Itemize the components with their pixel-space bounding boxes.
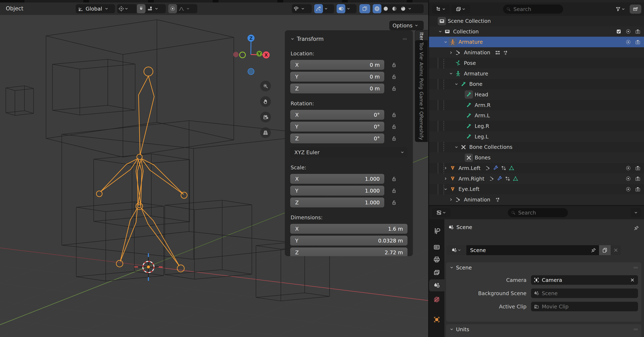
outliner-row-pose[interactable]: Pose xyxy=(429,58,644,68)
workspace-tab-top[interactable] xyxy=(154,0,213,2)
transform-location-z-field[interactable]: Z0 m xyxy=(290,84,384,94)
properties-options-button[interactable] xyxy=(630,208,641,217)
outliner-row-scene-collection[interactable]: Scene Collection xyxy=(429,16,644,26)
panel-grip-icon[interactable] xyxy=(402,36,408,42)
properties-tab-object[interactable] xyxy=(429,314,444,326)
holdout-icon[interactable] xyxy=(625,165,631,171)
gizmo-toggle-icon[interactable] xyxy=(314,4,323,13)
outliner-row-animation[interactable]: Animation xyxy=(429,47,644,58)
orthographic-view-button[interactable] xyxy=(260,127,271,138)
camera-field[interactable]: Camera xyxy=(531,275,638,285)
transform-rotation-x-field[interactable]: X0° xyxy=(290,110,384,120)
panel-collapse-chevron-icon[interactable] xyxy=(290,37,295,41)
camera-view-button[interactable] xyxy=(260,112,271,122)
holdout-icon[interactable] xyxy=(625,176,631,182)
transform-dimensions-z-field[interactable]: Z2.72 m xyxy=(290,248,408,256)
interaction-mode-label[interactable]: Object xyxy=(6,6,24,12)
transform-rotation-y-field[interactable]: Y0° xyxy=(290,122,384,132)
lock-open-icon[interactable] xyxy=(391,86,397,92)
outliner-display-mode-button[interactable] xyxy=(452,4,470,14)
panel-collapse-chevron-icon[interactable] xyxy=(449,265,454,270)
panel-grip-icon[interactable] xyxy=(633,265,638,270)
viewport-3d[interactable]: Object Global xyxy=(0,2,428,337)
scene-name-field[interactable]: Scene xyxy=(466,245,599,255)
unlink-button[interactable] xyxy=(611,245,621,255)
transform-rotation-z-field[interactable]: Z0° xyxy=(290,134,384,144)
wireframe-shading-icon[interactable] xyxy=(373,4,382,13)
chevron-right-icon[interactable] xyxy=(443,176,448,181)
holdout-icon[interactable] xyxy=(625,39,631,45)
properties-search-input[interactable] xyxy=(518,210,561,216)
properties-tab-world[interactable] xyxy=(429,294,444,306)
camera-restrict-icon[interactable] xyxy=(635,176,641,182)
overlays-toggle-icon[interactable] xyxy=(336,4,345,13)
outliner-row-animation[interactable]: Animation xyxy=(429,194,644,205)
chevron-down-icon[interactable] xyxy=(443,40,448,44)
material-shading-icon[interactable] xyxy=(390,4,399,13)
object-visibility-dropdown[interactable] xyxy=(292,4,312,13)
properties-tab-render[interactable] xyxy=(429,241,444,253)
proportional-falloff-icon[interactable] xyxy=(177,4,186,13)
workspace-tab-top[interactable] xyxy=(348,0,407,2)
outliner-row-eye-left[interactable]: Eye.Left xyxy=(429,184,644,194)
camera-restrict-icon[interactable] xyxy=(635,186,641,192)
chevron-down-icon[interactable] xyxy=(454,82,459,86)
holdout-icon[interactable] xyxy=(625,28,631,34)
properties-search[interactable] xyxy=(508,208,568,217)
outliner-row-armature[interactable]: Armature xyxy=(429,68,644,79)
chevron-down-icon[interactable] xyxy=(437,29,443,34)
outliner-row-arm-r[interactable]: Arm.R xyxy=(429,100,644,110)
outliner-row-leg-r[interactable]: Leg.R xyxy=(429,121,644,132)
panel-grip-icon[interactable] xyxy=(633,327,638,332)
snap-toggle-magnet-icon[interactable] xyxy=(137,4,146,13)
properties-tab-viewlayer[interactable] xyxy=(429,266,444,278)
camera-restrict-icon[interactable] xyxy=(635,28,641,34)
outliner-row-arm-left[interactable]: Arm.Left xyxy=(429,163,644,174)
outliner-row-collection[interactable]: Collection xyxy=(429,26,644,37)
workspace-tab-top[interactable] xyxy=(218,0,277,2)
checkbox-icon[interactable] xyxy=(616,28,622,34)
outliner-row-bone[interactable]: Bone xyxy=(429,79,644,89)
rotation-mode-dropdown[interactable]: XYZ Euler xyxy=(290,147,408,158)
zoom-button[interactable] xyxy=(260,80,271,92)
workspace-tab-top[interactable] xyxy=(24,0,83,2)
outliner-row-bone-collections[interactable]: Bone Collections xyxy=(429,142,644,152)
xray-toggle[interactable] xyxy=(360,4,370,13)
outliner-row-armature[interactable]: Armature xyxy=(429,37,644,47)
chevron-right-icon[interactable] xyxy=(448,50,454,55)
transform-dimensions-x-field[interactable]: X1.6 m xyxy=(290,224,408,234)
transform-dimensions-y-field[interactable]: Y0.0328 m xyxy=(290,236,408,246)
scene-id-browse-button[interactable] xyxy=(446,245,466,255)
lock-open-icon[interactable] xyxy=(391,135,397,142)
camera-restrict-icon[interactable] xyxy=(635,165,641,171)
transform-location-y-field[interactable]: Y0 m xyxy=(290,72,384,82)
solid-shading-icon[interactable] xyxy=(382,4,390,13)
proportional-edit-icon[interactable] xyxy=(168,4,177,13)
transform-scale-z-field[interactable]: Z1.000 xyxy=(290,198,384,208)
lock-open-icon[interactable] xyxy=(391,124,397,130)
editor-type-properties-button[interactable] xyxy=(432,208,450,217)
transform-scale-x-field[interactable]: X1.000 xyxy=(290,174,384,184)
editor-type-outliner-button[interactable] xyxy=(432,4,450,14)
chevron-down-icon[interactable] xyxy=(454,145,459,150)
properties-tab-scene[interactable] xyxy=(429,280,444,292)
outliner-search[interactable] xyxy=(503,4,563,14)
options-button[interactable]: Options xyxy=(389,21,424,30)
lock-open-icon[interactable] xyxy=(391,62,397,68)
active-clip-field[interactable]: Movie Clip xyxy=(531,302,638,311)
outliner-filter-button[interactable] xyxy=(612,4,628,14)
background-scene-field[interactable]: Scene xyxy=(531,288,638,298)
camera-restrict-icon[interactable] xyxy=(635,39,641,45)
panel-collapse-chevron-icon[interactable] xyxy=(449,327,454,332)
properties-tab-output[interactable] xyxy=(429,254,444,266)
workspace-tab-top[interactable] xyxy=(283,0,342,2)
properties-tab-tool[interactable] xyxy=(429,225,444,237)
lock-open-icon[interactable] xyxy=(391,188,397,194)
holdout-icon[interactable] xyxy=(625,186,631,192)
outliner-search-input[interactable] xyxy=(513,6,556,12)
chevron-right-icon[interactable] xyxy=(443,166,448,170)
pan-hand-button[interactable] xyxy=(260,96,271,107)
npanel-tab-qremeshify[interactable]: QRemeshify xyxy=(415,109,428,142)
lock-open-icon[interactable] xyxy=(391,112,397,118)
navigation-axis-gizmo[interactable]: YXZ xyxy=(228,32,274,80)
